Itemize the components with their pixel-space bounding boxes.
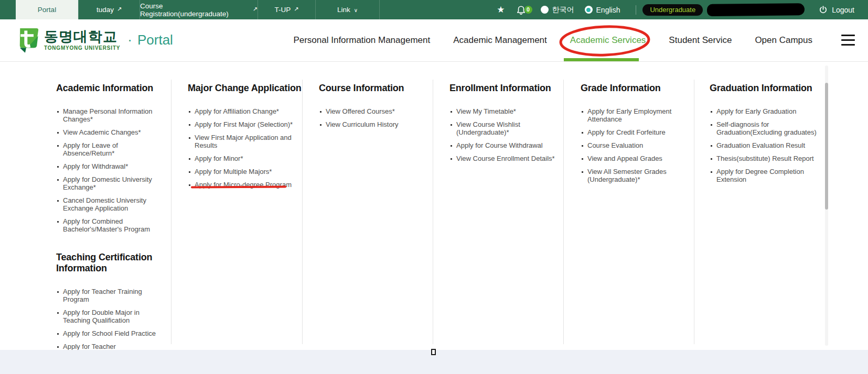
menu-item-label: View Academic Changes* [63,128,141,136]
favorites-star-icon[interactable]: ★ [497,5,505,14]
menu-item-course-evaluation[interactable]: Course Evaluation [581,141,691,149]
menu-item-label: View Curriculum History [326,120,398,128]
topbar-right: ★ 0 한국어English Undergraduate Logout [497,0,854,19]
menu-item-apply-for-early-employment-attendance[interactable]: Apply for Early Employment Attendance [581,107,691,123]
bullet-icon [582,158,583,160]
menu-section-title: Grade Information [581,83,706,94]
menu-item-label: Apply for Degree Completion Extension [716,168,804,183]
bullet-icon [57,346,59,348]
bullet-icon [451,145,452,147]
tab-label: Course Registration(undergraduate) [140,2,250,18]
menu-item-label: Apply for Minor* [195,155,243,162]
menu-item-apply-for-micro-degree-program[interactable]: Apply for Micro-degree Program [188,181,298,189]
topbar-tabs: Portaltuday↗Course Registration(undergra… [16,0,380,19]
scrollbar-thumb[interactable] [825,83,828,210]
bullet-icon [582,145,583,147]
menu-item-label: Thesis(substitute) Result Report [716,155,814,162]
menu-item-label: Apply for Withdrawal* [63,162,128,170]
bullet-icon [57,312,59,314]
menu-item-view-my-timetable[interactable]: View My Timetable* [449,107,560,115]
logo-text: 동명대학교 TONGMYONG UNIVERSITY [44,29,120,51]
topbar-tab-link[interactable]: Link∨ [315,0,380,19]
menu-item-apply-for-teacher-training-program[interactable]: Apply for Teacher Training Program [56,288,166,303]
bullet-icon [189,171,190,173]
menu-item-apply-for-multiple-majors[interactable]: Apply for Multiple Majors* [188,168,298,175]
column-separator [563,80,564,344]
menu-item-apply-for-first-major-selection[interactable]: Apply for First Major (Selection)* [188,120,298,128]
language-switcher: 한국어English [530,5,620,15]
nav-open-campus[interactable]: Open Campus [755,35,812,46]
bullet-icon [57,333,59,335]
bullet-icon [57,179,59,181]
menu-section-title: Graduation Information [710,83,835,94]
menu-item-apply-for-early-graduation[interactable]: Apply for Early Graduation [710,107,820,115]
menu-item-apply-for-minor[interactable]: Apply for Minor* [188,155,298,162]
menu-item-view-curriculum-history[interactable]: View Curriculum History [319,120,429,128]
menu-item-apply-for-degree-completion-extension[interactable]: Apply for Degree Completion Extension [710,168,820,183]
column-separator [433,80,433,344]
menu-item-apply-for-school-field-practice[interactable]: Apply for School Field Practice [56,329,166,337]
menu-item-apply-for-affiliation-change[interactable]: Apply for Affiliation Change* [188,107,298,115]
radio-icon [541,6,549,14]
bullet-icon [57,111,59,113]
nav-personal-information-management[interactable]: Personal Information Management [293,35,430,46]
logo[interactable]: 동명대학교 TONGMYONG UNIVERSITY · Portal [16,26,173,53]
bullet-icon [57,200,59,202]
notifications-button[interactable]: 0 [517,5,530,15]
nav-student-service[interactable]: Student Service [669,35,732,46]
topbar-tab-tuday[interactable]: tuday↗ [78,0,140,19]
menu-item-graduation-evaluation-result[interactable]: Graduation Evaluation Result [710,141,820,149]
menu-item-apply-for-credit-forfeiture[interactable]: Apply for Credit Forfeiture [581,128,691,136]
nav-academic-services[interactable]: Academic Services [570,35,646,46]
bullet-icon [711,145,712,147]
language-option-[interactable]: 한국어 [541,5,574,15]
menu-item-apply-for-course-withdrawal[interactable]: Apply for Course Withdrawal [449,141,560,149]
menu-item-view-all-semester-grades-undergraduate[interactable]: View All Semester Grades (Undergraduate)… [581,168,691,183]
bullet-icon [189,158,190,160]
menu-item-view-academic-changes[interactable]: View Academic Changes* [56,128,166,136]
menu-item-label: Graduation Evaluation Result [716,141,805,149]
menu-section-title: Enrollment Information [449,83,575,94]
menu-item-self-diagnosis-for-graduation-excluding-graduates[interactable]: Self-diagnosis for Graduation(Excluding … [710,120,820,136]
menu-item-view-course-wishlist-undergraduate[interactable]: View Course Wishlist (Undergraduate)* [449,120,560,136]
menu-item-apply-for-combined-bachelor-s-master-s-program[interactable]: Apply for Combined Bachelor's/Master's P… [56,217,166,233]
menu-item-cancel-domestic-university-exchange-application[interactable]: Cancel Domestic University Exchange Appl… [56,196,166,212]
menu-item-apply-for-teacher[interactable]: Apply for Teacher [56,343,166,350]
bullet-icon [57,132,59,134]
hamburger-menu-icon[interactable] [841,35,855,46]
menu-item-view-first-major-application-and-results[interactable]: View First Major Application and Results [188,134,298,149]
menu-item-label: Apply for Credit Forfeiture [587,128,666,136]
menu-item-apply-for-domestic-university-exchange[interactable]: Apply for Domestic University Exchange* [56,175,166,191]
bullet-icon [582,111,583,113]
menu-item-view-course-enrollment-details[interactable]: View Course Enrollment Details* [449,155,560,162]
topbar-tab-portal[interactable]: Portal [16,0,78,19]
menu-item-label: Apply for Double Major in Teaching Quali… [63,309,140,324]
menu-item-label: View First Major Application and Results [195,134,292,149]
menu-item-view-and-appeal-grades[interactable]: View and Appeal Grades [581,155,691,162]
menu-item-apply-for-withdrawal[interactable]: Apply for Withdrawal* [56,162,166,170]
topbar-tab-course-registration-undergraduate[interactable]: Course Registration(undergraduate)↗ [140,0,258,19]
stray-character-box [431,349,436,355]
bullet-icon [57,166,59,168]
bullet-icon [189,184,190,186]
radio-dot [586,8,591,12]
menu-item-thesis-substitute-result-report[interactable]: Thesis(substitute) Result Report [710,155,820,162]
bullet-icon [320,124,322,126]
tab-label: T-UP [275,6,291,14]
menu-item-view-offered-courses[interactable]: View Offered Courses* [319,107,429,115]
menu-item-apply-for-leave-of-absence-return[interactable]: Apply for Leave of Absence/Return* [56,141,166,157]
logout-button[interactable]: Logout [819,5,854,14]
bullet-icon [189,124,190,126]
menu-item-label: View Course Enrollment Details* [456,155,555,162]
menu-item-manage-personal-information-changes[interactable]: Manage Personal Information Changes* [56,107,166,123]
nav-academic-management[interactable]: Academic Management [453,35,547,46]
menu-item-label: View Course Wishlist (Undergraduate)* [456,120,520,136]
menu-item-apply-for-double-major-in-teaching-qualification[interactable]: Apply for Double Major in Teaching Quali… [56,309,166,324]
bullet-icon [451,111,452,113]
menu-item-label: Apply for First Major (Selection)* [195,120,293,128]
topbar-tab-t-up[interactable]: T-UP↗ [258,0,315,19]
megamenu-panel: Academic InformationManage Personal Info… [0,62,868,350]
external-link-icon: ↗ [117,6,122,13]
language-option-english[interactable]: English [585,6,620,14]
column-separator [171,80,172,344]
